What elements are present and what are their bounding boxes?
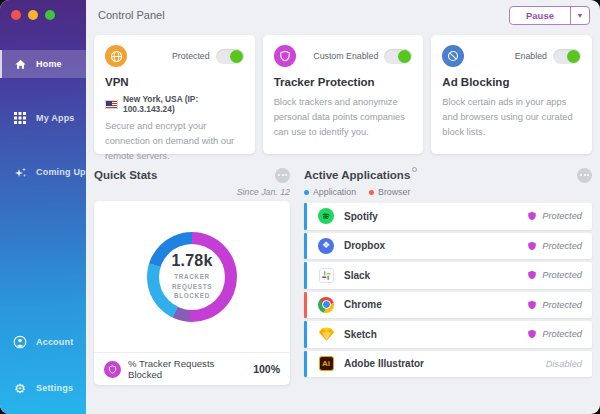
app-status: Protected xyxy=(542,270,582,280)
adblock-description: Block certain ads in your apps and brows… xyxy=(442,95,581,140)
home-icon xyxy=(13,57,27,71)
app-status: Disabled xyxy=(546,359,582,369)
sketch-icon xyxy=(318,326,334,342)
gear-icon: ⚙ xyxy=(13,381,27,395)
quick-stats-card: 1.78k TRACKER REQUESTS BLOCKED % Tracker… xyxy=(94,201,290,385)
sidebar-item-my-apps[interactable]: My Apps xyxy=(0,104,86,132)
app-status: Protected xyxy=(542,329,582,339)
sparkles-icon xyxy=(13,165,27,179)
sidebar-item-label: My Apps xyxy=(36,113,75,123)
sidebar-footer: Account ⚙ Settings xyxy=(0,328,86,402)
vpn-status-label: Protected xyxy=(172,51,210,61)
feature-cards: Protected VPN New York, USA (IP: 100.3.1… xyxy=(94,35,592,154)
active-apps-column: Active Applications Application Browser xyxy=(304,167,592,414)
vpn-card: Protected VPN New York, USA (IP: 100.3.1… xyxy=(94,35,255,154)
tracker-toggle[interactable] xyxy=(384,49,412,64)
app-row-spotify[interactable]: Spotify Protected xyxy=(304,203,592,230)
adblock-toggle[interactable] xyxy=(553,49,581,64)
sidebar-item-home[interactable]: Home xyxy=(0,50,86,78)
app-row-adobe-illustrator[interactable]: Ai Adobe Illustrator Disabled xyxy=(304,351,592,378)
quick-stats-footer: % Tracker Requests Blocked 100% xyxy=(94,352,290,385)
quick-stats-more-button[interactable] xyxy=(275,168,290,183)
lower-columns: Quick Stats Since Jan. 12 1.78k TRACKER … xyxy=(94,167,592,414)
quick-stats-column: Quick Stats Since Jan. 12 1.78k TRACKER … xyxy=(94,167,290,414)
donut-center-label: TRACKER REQUESTS BLOCKED xyxy=(169,272,215,300)
application-dot-icon xyxy=(304,190,309,195)
topbar: Control Panel Pause ▼ xyxy=(94,0,592,30)
app-status: Protected xyxy=(542,300,582,310)
since-label: Since Jan. 12 xyxy=(94,187,290,197)
donut-center-value: 1.78k xyxy=(171,252,212,270)
block-icon xyxy=(442,45,464,67)
adobe-illustrator-icon: Ai xyxy=(318,356,334,372)
page-title: Control Panel xyxy=(98,9,165,21)
adblock-status-label: Enabled xyxy=(515,51,547,61)
main-content: Control Panel Pause ▼ xyxy=(86,0,600,414)
active-apps-more-button[interactable] xyxy=(577,168,592,183)
shield-icon xyxy=(527,211,537,221)
vpn-description: Secure and encrypt your connection on de… xyxy=(105,119,244,164)
window-controls xyxy=(0,0,86,28)
stats-footer-value: 100% xyxy=(253,363,280,375)
spotify-icon xyxy=(318,208,334,224)
shield-icon xyxy=(274,45,296,67)
close-window-button[interactable] xyxy=(11,10,21,20)
browser-dot-icon xyxy=(369,190,374,195)
apps-list: Spotify Protected ❖ Dropbox xyxy=(304,203,592,377)
shield-icon xyxy=(527,270,537,280)
shield-icon xyxy=(527,329,537,339)
sidebar-item-settings[interactable]: ⚙ Settings xyxy=(0,374,86,402)
globe-icon xyxy=(105,45,127,67)
minimize-window-button[interactable] xyxy=(28,10,38,20)
chevron-down-icon: ▼ xyxy=(577,12,584,19)
app-row-sketch[interactable]: Sketch Protected xyxy=(304,321,592,348)
sidebar-item-coming-up[interactable]: Coming Up xyxy=(0,158,86,186)
shield-icon xyxy=(527,241,537,251)
app-status: Protected xyxy=(542,211,582,221)
tracker-card-title: Tracker Protection xyxy=(274,76,413,88)
app-row-dropbox[interactable]: ❖ Dropbox Protected xyxy=(304,233,592,260)
shield-icon xyxy=(527,300,537,310)
sidebar-item-account[interactable]: Account xyxy=(0,328,86,356)
legend-application: Application xyxy=(304,187,356,197)
sidebar-item-label: Account xyxy=(36,337,73,347)
us-flag-icon xyxy=(105,100,118,109)
pause-split-button: Pause ▼ xyxy=(509,6,590,25)
tracker-protection-card: Custom Enabled Tracker Protection Block … xyxy=(263,35,424,154)
sidebar: Home My Apps Coming Up xyxy=(0,0,86,414)
app-window: Home My Apps Coming Up xyxy=(0,0,600,414)
zoom-window-button[interactable] xyxy=(45,10,55,20)
vpn-card-title: VPN xyxy=(105,76,244,88)
app-row-slack[interactable]: Slack Protected xyxy=(304,262,592,289)
grid-icon xyxy=(13,111,27,125)
info-icon[interactable] xyxy=(412,167,417,172)
vpn-location: New York, USA (IP: 100.3.143.24) xyxy=(123,94,244,114)
tracker-status-label: Custom Enabled xyxy=(313,51,378,61)
quick-stats-title: Quick Stats xyxy=(94,169,157,181)
dropbox-icon: ❖ xyxy=(318,238,334,254)
sidebar-item-label: Coming Up xyxy=(36,167,86,177)
app-status: Protected xyxy=(542,241,582,251)
app-row-chrome[interactable]: Chrome Protected xyxy=(304,292,592,319)
sidebar-nav: Home My Apps Coming Up xyxy=(0,28,86,186)
slack-icon xyxy=(318,267,334,283)
apps-legend: Application Browser xyxy=(304,187,410,197)
sidebar-item-label: Settings xyxy=(36,383,73,393)
sidebar-item-label: Home xyxy=(36,59,62,69)
stats-footer-label: % Tracker Requests Blocked xyxy=(128,358,246,380)
vpn-toggle[interactable] xyxy=(216,49,244,64)
donut-chart: 1.78k TRACKER REQUESTS BLOCKED xyxy=(147,232,237,322)
pause-button[interactable]: Pause xyxy=(510,7,570,24)
pause-dropdown-button[interactable]: ▼ xyxy=(570,7,589,24)
shield-icon xyxy=(104,361,121,378)
adblock-card-title: Ad Blocking xyxy=(442,76,581,88)
tracker-description: Block trackers and anonymize personal da… xyxy=(274,95,413,140)
active-apps-title: Active Applications xyxy=(304,169,417,181)
account-icon xyxy=(13,335,27,349)
legend-browser: Browser xyxy=(369,187,410,197)
chrome-icon xyxy=(318,297,334,313)
ad-blocking-card: Enabled Ad Blocking Block certain ads in… xyxy=(431,35,592,154)
